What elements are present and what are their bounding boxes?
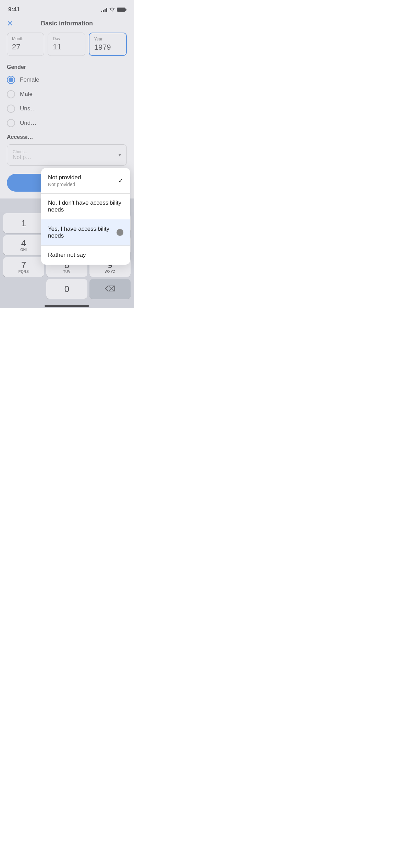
gender-unspecified[interactable]: Uns… bbox=[7, 105, 127, 113]
accessibility-section-label: Accessi… bbox=[0, 134, 134, 140]
year-label: Year bbox=[94, 37, 121, 41]
gender-section-label: Gender bbox=[0, 64, 134, 70]
dropdown-item-no-needs[interactable]: No, I don't have accessibility needs bbox=[41, 193, 130, 219]
dropdown-item-not-provided[interactable]: Not provided Not provided ✓ bbox=[41, 168, 130, 193]
gender-radio-group: Female Male Uns… Und… bbox=[0, 76, 134, 127]
day-value: 11 bbox=[53, 43, 80, 51]
key-empty bbox=[3, 279, 44, 299]
gender-male[interactable]: Male bbox=[7, 90, 127, 98]
dropdown-item-rather-not[interactable]: Rather not say bbox=[41, 245, 130, 265]
key-delete[interactable]: ⌫ bbox=[89, 279, 131, 299]
dropdown-label: Choos… bbox=[13, 149, 31, 154]
rather-not-content: Rather not say bbox=[48, 252, 86, 258]
day-field[interactable]: Day 11 bbox=[48, 33, 85, 56]
not-provided-main: Not provided bbox=[48, 174, 81, 181]
gender-undisclosed[interactable]: Und… bbox=[7, 119, 127, 127]
chevron-down-icon: ▾ bbox=[119, 152, 121, 158]
year-field[interactable]: Year 1979 bbox=[89, 33, 127, 56]
day-label: Day bbox=[53, 36, 80, 41]
header: ✕ Basic information bbox=[0, 17, 134, 33]
date-row: Month 27 Day 11 Year 1979 bbox=[0, 33, 134, 56]
undisclosed-label: Und… bbox=[20, 120, 36, 126]
gender-female[interactable]: Female bbox=[7, 76, 127, 84]
page-title: Basic information bbox=[41, 20, 93, 27]
no-needs-main: No, I don't have accessibility needs bbox=[48, 200, 123, 213]
male-label: Male bbox=[20, 91, 33, 98]
month-label: Month bbox=[12, 36, 39, 41]
wifi-icon bbox=[109, 8, 115, 12]
status-bar: 9:41 bbox=[0, 0, 134, 17]
home-bar bbox=[45, 305, 89, 307]
dropdown-text: Choos… Not p… bbox=[13, 149, 31, 160]
accessibility-dropdown[interactable]: Choos… Not p… ▾ bbox=[7, 144, 127, 166]
rather-not-main: Rather not say bbox=[48, 252, 86, 258]
key-0[interactable]: 0 bbox=[46, 279, 87, 299]
not-provided-sub: Not provided bbox=[48, 182, 81, 187]
battery-icon bbox=[117, 8, 125, 12]
dropdown-menu: Not provided Not provided ✓ No, I don't … bbox=[41, 168, 130, 265]
undisclosed-radio[interactable] bbox=[7, 119, 15, 127]
key-7[interactable]: 7 PQRS bbox=[3, 257, 44, 277]
month-field[interactable]: Month 27 bbox=[7, 33, 44, 56]
year-value: 1979 bbox=[94, 43, 121, 52]
radio-dot-icon bbox=[117, 229, 123, 236]
not-provided-content: Not provided Not provided bbox=[48, 174, 81, 187]
yes-needs-main: Yes, I have accessibility needs bbox=[48, 226, 117, 239]
female-radio[interactable] bbox=[7, 76, 15, 84]
month-value: 27 bbox=[12, 43, 39, 51]
yes-needs-content: Yes, I have accessibility needs bbox=[48, 226, 117, 239]
signal-icon bbox=[101, 7, 107, 12]
key-4[interactable]: 4 GHI bbox=[3, 235, 44, 255]
male-radio[interactable] bbox=[7, 90, 15, 98]
keyboard-row-4: 0 ⌫ bbox=[1, 279, 133, 299]
dropdown-item-yes-needs[interactable]: Yes, I have accessibility needs bbox=[41, 219, 130, 245]
status-icons bbox=[101, 7, 125, 12]
key-1[interactable]: 1 bbox=[3, 213, 44, 233]
checkmark-icon: ✓ bbox=[118, 177, 123, 184]
unspecified-label: Uns… bbox=[20, 105, 36, 112]
unspecified-radio[interactable] bbox=[7, 105, 15, 113]
status-time: 9:41 bbox=[8, 6, 20, 13]
home-indicator bbox=[0, 302, 134, 308]
no-needs-content: No, I don't have accessibility needs bbox=[48, 200, 123, 213]
dropdown-value: Not p… bbox=[13, 154, 31, 160]
female-label: Female bbox=[20, 76, 39, 83]
close-button[interactable]: ✕ bbox=[7, 20, 13, 27]
